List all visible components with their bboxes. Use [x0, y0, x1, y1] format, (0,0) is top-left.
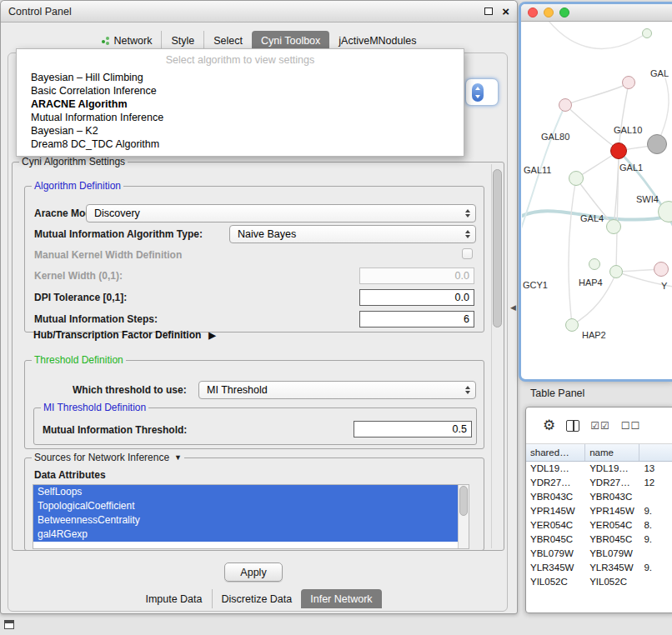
- column-header[interactable]: [639, 444, 672, 461]
- mi-type-label: Mutual Information Algorithm Type:: [34, 228, 203, 240]
- bottom-tab-impute-data[interactable]: Impute Data: [136, 589, 211, 608]
- stepper-icon: [463, 208, 472, 219]
- table-cell: 8.: [639, 518, 672, 532]
- sources-legend-row[interactable]: Sources for Network Inference ▼: [32, 452, 184, 463]
- apply-button[interactable]: Apply: [224, 562, 283, 582]
- node-label: GAL11: [524, 165, 551, 175]
- tab-jactivemnodules[interactable]: jActiveMNodules: [329, 31, 425, 50]
- which-threshold-select[interactable]: MI Threshold: [198, 381, 476, 399]
- control-panel-titlebar: Control Panel ×: [1, 1, 517, 22]
- kernel-width-field[interactable]: 0.0: [359, 268, 474, 284]
- tab-network[interactable]: Network: [93, 31, 162, 50]
- network-node[interactable]: [606, 219, 621, 234]
- table-cell: YBL079W: [526, 547, 585, 561]
- table-cell: YBL079W: [585, 547, 639, 561]
- table-row[interactable]: YLR345WYLR345W9.: [526, 561, 672, 575]
- attribute-item[interactable]: TopologicalCoefficient: [33, 499, 458, 513]
- tab-style[interactable]: Style: [161, 31, 203, 50]
- gear-icon[interactable]: ⚙: [543, 417, 555, 434]
- cyni-settings-group: Cyni Algorithm Settings Algorithm Defini…: [12, 162, 504, 551]
- algorithm-option[interactable]: Dream8 DC_TDC Algorithm: [17, 138, 464, 151]
- algorithm-definition-group: Algorithm Definition Aracne Mode: Discov…: [24, 186, 484, 332]
- columns-icon[interactable]: [566, 420, 579, 432]
- algorithm-combobox-fragment[interactable]: [465, 78, 499, 106]
- tab-label: Style: [171, 35, 194, 47]
- network-canvas[interactable]: GALGAL80GAL10GAL11GAL1SWI4GAL4GCY1HAP4YH…: [522, 22, 672, 378]
- attribute-item[interactable]: SelfLoops: [33, 485, 458, 499]
- algorithm-option[interactable]: ARACNE Algorithm: [17, 98, 464, 111]
- network-node[interactable]: [654, 262, 669, 277]
- dock-collapse-icon[interactable]: ◀: [510, 303, 516, 312]
- scrollbar-thumb[interactable]: [459, 486, 468, 516]
- bottom-tab-discretize-data[interactable]: Discretize Data: [212, 589, 302, 608]
- table-row[interactable]: YBL079WYBL079W: [526, 547, 672, 561]
- mi-steps-field[interactable]: 6: [359, 311, 474, 328]
- table-row[interactable]: YBR045CYBR045C9.: [526, 532, 672, 547]
- dpi-tolerance-label: DPI Tolerance [0,1]:: [34, 292, 127, 303]
- tab-label: Select: [213, 35, 243, 47]
- table-cell: YER054C: [585, 518, 639, 532]
- minimize-traffic-light[interactable]: [544, 8, 554, 18]
- restore-panel-icon[interactable]: [4, 620, 14, 629]
- algorithm-option-list: Bayesian – Hill ClimbingBasic Correlatio…: [17, 71, 464, 151]
- close-icon[interactable]: ×: [502, 5, 509, 18]
- mi-type-select[interactable]: Naive Bayes: [229, 225, 476, 243]
- table-cell: YBR043C: [526, 490, 585, 504]
- network-node[interactable]: [565, 318, 579, 332]
- attribute-listbox[interactable]: SelfLoopsTopologicalCoefficientBetweenne…: [33, 484, 469, 549]
- network-node[interactable]: [569, 171, 584, 186]
- listbox-scrollbar[interactable]: [458, 485, 469, 548]
- mi-threshold-group: MI Threshold Definition Mutual Informati…: [33, 408, 477, 445]
- table-row[interactable]: YBR043CYBR043C: [526, 490, 672, 504]
- table-cell: 13: [639, 462, 672, 476]
- column-header[interactable]: name: [585, 444, 639, 461]
- mi-threshold-field[interactable]: 0.5: [354, 421, 472, 438]
- network-node[interactable]: [642, 28, 652, 38]
- column-header[interactable]: shared…: [526, 444, 585, 461]
- table-row[interactable]: YPR145WYPR145W9.: [526, 504, 672, 518]
- network-node[interactable]: [622, 76, 635, 89]
- network-node[interactable]: [589, 258, 600, 270]
- network-node[interactable]: [647, 134, 667, 154]
- network-node[interactable]: [609, 265, 623, 278]
- data-attributes-label: Data Attributes: [34, 469, 106, 481]
- attribute-item[interactable]: gal4RGexp: [33, 528, 458, 542]
- settings-scrollbar[interactable]: [491, 164, 503, 548]
- node-label: GAL10: [614, 125, 642, 135]
- table-cell: YDR27…: [526, 476, 585, 490]
- zoom-traffic-light[interactable]: [559, 8, 569, 18]
- table-row[interactable]: YDL19…YDL19…13: [526, 462, 672, 476]
- tab-label: Cyni Toolbox: [261, 35, 320, 47]
- algorithm-option[interactable]: Bayesian – Hill Climbing: [17, 71, 464, 84]
- scrollbar-thumb[interactable]: [493, 169, 502, 328]
- deselect-all-icon[interactable]: ☐☐: [621, 420, 641, 432]
- algorithm-option[interactable]: Basic Correlation Inference: [17, 84, 464, 98]
- window-title: Control Panel: [8, 6, 72, 18]
- table-cell: YDL19…: [526, 462, 585, 476]
- node-label: GAL4: [580, 213, 604, 223]
- dpi-tolerance-field[interactable]: 0.0: [359, 289, 474, 306]
- float-window-icon[interactable]: [484, 8, 493, 15]
- table-row[interactable]: YDR27…YDR27…12: [526, 476, 672, 490]
- attribute-item[interactable]: BetweennessCentrality: [33, 513, 458, 528]
- tab-label: jActiveMNodules: [339, 35, 416, 47]
- algorithm-option[interactable]: Bayesian – K2: [17, 124, 464, 138]
- select-all-icon[interactable]: ☑☑: [590, 420, 610, 432]
- attribute-items: SelfLoopsTopologicalCoefficientBetweenne…: [33, 485, 469, 542]
- tab-cyni-toolbox[interactable]: Cyni Toolbox: [252, 31, 329, 50]
- close-traffic-light[interactable]: [528, 8, 538, 18]
- bottom-tab-infer-network[interactable]: Infer Network: [301, 589, 381, 608]
- aracne-mode-select[interactable]: Discovery: [86, 204, 476, 222]
- hub-definition-toggle[interactable]: Hub/Transcription Factor Definition ▶: [33, 329, 216, 341]
- table-cell: YLR345W: [526, 561, 585, 575]
- table-row[interactable]: YER054CYER054C8.: [526, 518, 672, 532]
- manual-kernel-checkbox[interactable]: [462, 248, 473, 259]
- network-node[interactable]: [559, 98, 572, 112]
- dpi-tolerance-value: 0.0: [455, 292, 469, 303]
- table-row[interactable]: YIL052CYIL052C: [526, 575, 672, 589]
- tab-select[interactable]: Select: [203, 31, 252, 50]
- algorithm-option[interactable]: Mutual Information Inference: [17, 111, 464, 124]
- table-cell: YLR345W: [585, 561, 639, 575]
- network-node[interactable]: [610, 142, 627, 159]
- stepper-icon: [463, 384, 472, 396]
